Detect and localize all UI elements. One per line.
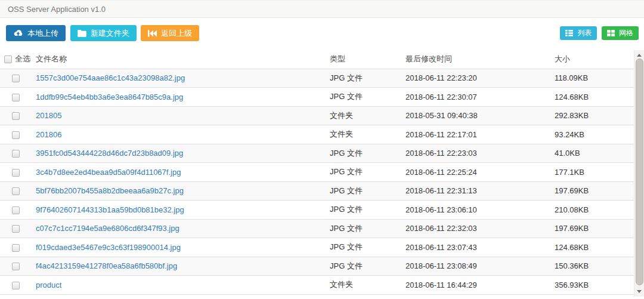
down-arrow-icon bbox=[637, 290, 642, 293]
file-name-link[interactable]: c07c7c1cc7194e5a9e6806cd6f347f93.jpg bbox=[36, 224, 179, 233]
file-modified-cell: 2018-06-11 22:23:20 bbox=[401, 69, 550, 88]
file-type-cell: 文件夹 bbox=[325, 125, 401, 144]
file-modified-cell: 2018-06-11 22:17:01 bbox=[401, 125, 550, 144]
file-name-link[interactable]: 5bf76bb2007b455a8b2dbeeaa6a9b27c.jpg bbox=[36, 186, 184, 195]
row-checkbox-cell bbox=[0, 163, 31, 182]
row-checkbox-cell bbox=[0, 106, 31, 125]
view-switcher: 列表 网格 bbox=[560, 26, 639, 40]
app-header: OSS Server Application v1.0 bbox=[0, 0, 644, 18]
file-modified-cell: 2018-06-11 22:31:13 bbox=[401, 181, 550, 201]
file-size-cell: 124.68KB bbox=[550, 238, 634, 257]
file-modified-cell: 2018-06-11 22:32:03 bbox=[401, 219, 550, 238]
file-size-cell: 124.68KB bbox=[550, 88, 634, 107]
file-modified-cell: 2018-06-11 22:25:24 bbox=[401, 163, 550, 182]
file-type-cell: JPG 文件 bbox=[325, 144, 401, 163]
cloud-upload-icon bbox=[13, 29, 23, 37]
column-header-type: 类型 bbox=[325, 50, 401, 69]
file-name-link[interactable]: product bbox=[36, 280, 61, 289]
file-type-cell: JPG 文件 bbox=[325, 201, 401, 220]
row-checkbox[interactable] bbox=[12, 187, 20, 195]
app-title: OSS Server Application v1.0 bbox=[8, 5, 106, 14]
local-upload-button[interactable]: 本地上传 bbox=[6, 25, 66, 41]
table-row: 201805 文件夹 2018-05-31 09:40:38 292.83KB bbox=[0, 106, 634, 125]
scrollbar-thumb[interactable] bbox=[636, 58, 643, 285]
row-checkbox-cell bbox=[0, 144, 31, 163]
grid-view-label: 网格 bbox=[619, 28, 633, 38]
file-size-cell: 292.83KB bbox=[550, 106, 634, 125]
local-upload-label: 本地上传 bbox=[27, 28, 58, 39]
file-name-link[interactable]: 1ddfb99c54eb4bb3a6e3ea8647b85c9a.jpg bbox=[36, 93, 183, 101]
file-name-link[interactable]: 201806 bbox=[36, 130, 61, 139]
row-checkbox[interactable] bbox=[12, 131, 20, 139]
back-to-parent-label: 返回上级 bbox=[161, 28, 192, 39]
row-checkbox-cell bbox=[0, 69, 31, 88]
file-type-cell: JPG 文件 bbox=[325, 69, 401, 88]
file-type-cell: JPG 文件 bbox=[325, 88, 401, 107]
scrollbar-down-button[interactable] bbox=[634, 287, 644, 295]
file-size-cell: 197.69KB bbox=[550, 181, 634, 201]
file-modified-cell: 2018-06-11 22:30:07 bbox=[401, 88, 550, 107]
file-size-cell: 356.93KB bbox=[550, 276, 634, 295]
row-checkbox-cell bbox=[0, 125, 31, 144]
file-name-cell: 1ddfb99c54eb4bb3a6e3ea8647b85c9a.jpg bbox=[31, 88, 325, 107]
select-all-checkbox[interactable] bbox=[4, 56, 12, 63]
row-checkbox[interactable] bbox=[12, 112, 20, 120]
new-folder-button[interactable]: 新建文件夹 bbox=[70, 25, 137, 41]
file-name-cell: product bbox=[31, 276, 325, 295]
file-type-cell: JPG 文件 bbox=[325, 163, 401, 182]
vertical-scrollbar[interactable] bbox=[634, 50, 644, 297]
table-row: 3951fc0d543444228d46dc7d23b8ad09.jpg JPG… bbox=[0, 144, 634, 163]
back-to-parent-button[interactable]: 返回上级 bbox=[141, 25, 199, 41]
table-row: 5bf76bb2007b455a8b2dbeeaa6a9b27c.jpg JPG… bbox=[0, 181, 634, 201]
file-type-cell: JPG 文件 bbox=[325, 219, 401, 238]
file-name-link[interactable]: f4ac4213159e41278f0ea58a6fb580bf.jpg bbox=[36, 261, 177, 270]
file-type-cell: JPG 文件 bbox=[325, 238, 401, 257]
row-checkbox-cell bbox=[0, 181, 31, 201]
grid-view-button[interactable]: 网格 bbox=[602, 26, 639, 40]
file-table-container: 全选 文件名称 类型 最后修改时间 大小 1557c3d00e754aae86c… bbox=[0, 50, 644, 297]
file-name-link[interactable]: f019cdaed3e5467e9c3c63f198900014.jpg bbox=[36, 243, 181, 252]
row-checkbox[interactable] bbox=[12, 206, 20, 214]
column-header-size: 大小 bbox=[550, 50, 634, 69]
row-checkbox[interactable] bbox=[12, 282, 20, 289]
file-name-cell: 201805 bbox=[31, 106, 325, 125]
new-folder-label: 新建文件夹 bbox=[91, 28, 129, 39]
table-row: 1557c3d00e754aae86c1c43a23098a82.jpg JPG… bbox=[0, 69, 634, 88]
row-checkbox[interactable] bbox=[12, 169, 20, 177]
file-size-cell: 118.09KB bbox=[550, 69, 634, 88]
file-size-cell: 177.1KB bbox=[550, 163, 634, 182]
row-checkbox-cell bbox=[0, 276, 31, 295]
file-type-cell: 文件夹 bbox=[325, 276, 401, 295]
row-checkbox[interactable] bbox=[12, 244, 20, 252]
table-row: f019cdaed3e5467e9c3c63f198900014.jpg JPG… bbox=[0, 238, 634, 257]
file-name-cell: 5bf76bb2007b455a8b2dbeeaa6a9b27c.jpg bbox=[31, 181, 325, 201]
file-size-cell: 41.0KB bbox=[550, 144, 634, 163]
file-name-cell: 9f76402607144313b1aa59bd0b81be32.jpg bbox=[31, 201, 325, 220]
row-checkbox[interactable] bbox=[12, 263, 20, 270]
table-row: 9f76402607144313b1aa59bd0b81be32.jpg JPG… bbox=[0, 201, 634, 220]
list-view-button[interactable]: 列表 bbox=[560, 26, 597, 40]
row-checkbox[interactable] bbox=[12, 94, 20, 101]
file-name-cell: 201806 bbox=[31, 125, 325, 144]
row-checkbox[interactable] bbox=[12, 75, 20, 82]
file-name-link[interactable]: 3c4b7d8ee2ed4beaa9d5a09f4d11067f.jpg bbox=[36, 168, 181, 177]
file-name-link[interactable]: 201805 bbox=[36, 111, 61, 120]
row-checkbox-cell bbox=[0, 257, 31, 276]
file-modified-cell: 2018-05-31 09:40:38 bbox=[401, 106, 550, 125]
file-name-link[interactable]: 3951fc0d543444228d46dc7d23b8ad09.jpg bbox=[36, 149, 183, 158]
scrollbar-up-button[interactable] bbox=[634, 51, 644, 59]
file-name-link[interactable]: 9f76402607144313b1aa59bd0b81be32.jpg bbox=[36, 205, 184, 214]
row-checkbox[interactable] bbox=[12, 150, 20, 158]
select-all-label: 全选 bbox=[15, 54, 30, 64]
file-name-link[interactable]: 1557c3d00e754aae86c1c43a23098a82.jpg bbox=[36, 73, 185, 82]
row-checkbox-cell bbox=[0, 219, 31, 238]
file-table-body: 1557c3d00e754aae86c1c43a23098a82.jpg JPG… bbox=[0, 69, 634, 294]
row-checkbox[interactable] bbox=[12, 225, 20, 233]
file-size-cell: 197.69KB bbox=[550, 219, 634, 238]
table-row: 3c4b7d8ee2ed4beaa9d5a09f4d11067f.jpg JPG… bbox=[0, 163, 634, 182]
column-header-modified: 最后修改时间 bbox=[401, 50, 550, 69]
toolbar: 本地上传 新建文件夹 返回上级 bbox=[0, 18, 644, 50]
file-modified-cell: 2018-06-11 22:23:03 bbox=[401, 144, 550, 163]
file-type-cell: JPG 文件 bbox=[325, 257, 401, 276]
file-size-cell: 93.24KB bbox=[550, 125, 634, 144]
